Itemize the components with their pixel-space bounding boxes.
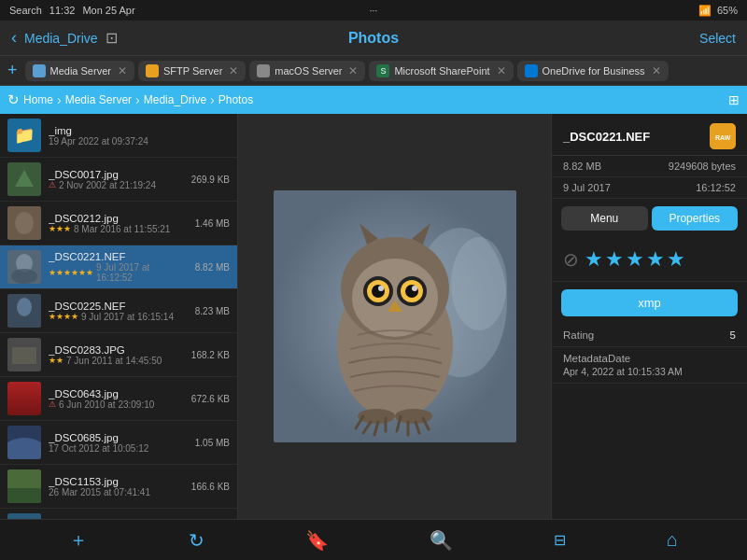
file-size: 8.82 MB bbox=[195, 262, 230, 273]
close-tab-icon[interactable]: ✕ bbox=[118, 64, 127, 77]
prop-filename: _DSC0221.NEF bbox=[563, 130, 710, 144]
prop-time-label: 16:12:52 bbox=[696, 182, 736, 193]
breadcrumb-photos[interactable]: Photos bbox=[218, 93, 253, 106]
file-thumbnail bbox=[7, 250, 41, 284]
file-thumbnail: 📁 bbox=[7, 119, 41, 152]
breadcrumb-chevron-3: › bbox=[210, 92, 215, 107]
select-button[interactable]: Select bbox=[699, 31, 736, 46]
file-name: _DSC0643.jpg bbox=[49, 388, 184, 399]
file-meta: 17 Oct 2012 at 10:05:12 bbox=[49, 443, 188, 454]
file-size: 1.46 MB bbox=[195, 218, 230, 229]
breadcrumb: ↻ Home › Media Server › Media_Drive › Ph… bbox=[0, 86, 747, 114]
file-name: _DSC0685.jpg bbox=[49, 432, 188, 443]
date: Mon 25 Apr bbox=[82, 5, 134, 16]
stars: ★★★★ bbox=[49, 312, 78, 321]
refresh-icon[interactable]: ↻ bbox=[189, 529, 204, 552]
tab-label: macOS Server bbox=[275, 65, 342, 77]
filter-icon[interactable]: ⊟ bbox=[554, 531, 566, 549]
nef-icon: RAW bbox=[710, 123, 736, 149]
file-thumbnail bbox=[7, 426, 41, 459]
status-bar: Search 11:32 Mon 25 Apr ··· 📶 65% bbox=[0, 0, 747, 21]
tab-sharepoint[interactable]: S Microsoft SharePoint ✕ bbox=[369, 61, 513, 81]
file-info: _DSC0225.NEF ★★★★ 9 Jul 2017 at 16:15:14 bbox=[49, 301, 188, 322]
prop-rating-row: Rating 5 bbox=[552, 324, 747, 347]
preview-image-container bbox=[238, 114, 551, 519]
prop-metadata-value: Apr 4, 2022 at 10:15:33 AM bbox=[563, 366, 736, 377]
back-arrow-icon[interactable]: ‹ bbox=[11, 28, 17, 48]
home-icon[interactable]: ⌂ bbox=[667, 529, 678, 551]
file-info: _DSC0212.jpg ★★★ 8 Mar 2016 at 11:55:21 bbox=[49, 213, 188, 234]
svg-text:RAW: RAW bbox=[715, 134, 731, 141]
file-size: 166.6 KB bbox=[191, 482, 230, 492]
breadcrumb-media-drive[interactable]: Media_Drive bbox=[144, 93, 206, 106]
close-tab-icon[interactable]: ✕ bbox=[497, 64, 506, 77]
title-bar: ‹ Media_Drive ⊡ Photos Select bbox=[0, 21, 747, 56]
tab-media-server[interactable]: Media Server ✕ bbox=[25, 61, 134, 81]
properties-button[interactable]: Properties bbox=[652, 206, 739, 231]
time: 11:32 bbox=[49, 5, 76, 16]
battery-label: 65% bbox=[717, 5, 738, 16]
prop-stars-row: ⊘ ★★★★★ bbox=[552, 238, 747, 282]
svg-rect-13 bbox=[7, 382, 41, 415]
preview-area bbox=[238, 114, 551, 519]
bookmark-icon[interactable]: 🔖 bbox=[305, 529, 329, 552]
close-tab-icon[interactable]: ✕ bbox=[229, 64, 238, 77]
prop-meta-size: 8.82 MB 9249608 bytes bbox=[552, 156, 747, 177]
svg-point-36 bbox=[378, 286, 384, 291]
file-info: _DSC1153.jpg 26 Mar 2015 at 07:41:41 bbox=[49, 476, 184, 497]
file-thumbnail bbox=[7, 162, 41, 196]
prop-metadata-row: MetadataDate Apr 4, 2022 at 10:15:33 AM bbox=[552, 347, 747, 384]
prop-buttons: Menu Properties bbox=[561, 206, 738, 231]
file-thumbnail bbox=[7, 338, 41, 371]
breadcrumb-media-server[interactable]: Media Server bbox=[65, 93, 132, 106]
file-thumbnail bbox=[7, 382, 41, 415]
warn-icon: ⚠ bbox=[49, 180, 56, 189]
file-thumbnail bbox=[7, 206, 41, 240]
tab-label: OneDrive for Business bbox=[543, 65, 645, 77]
list-item[interactable]: _DSC0225.NEF ★★★★ 9 Jul 2017 at 16:15:14… bbox=[0, 289, 237, 333]
prop-rating-value: 5 bbox=[730, 329, 736, 341]
add-tab-button[interactable]: + bbox=[7, 61, 18, 80]
close-tab-icon[interactable]: ✕ bbox=[348, 64, 358, 77]
svg-rect-17 bbox=[7, 513, 41, 519]
file-size: 269.9 KB bbox=[191, 175, 230, 185]
prop-size-label: 8.82 MB bbox=[563, 161, 601, 172]
list-item[interactable]: _DSC1153.jpg 26 Mar 2015 at 07:41:41 166… bbox=[0, 465, 237, 509]
clear-rating-icon[interactable]: ⊘ bbox=[563, 248, 579, 271]
list-item[interactable]: _DSC0643.jpg ⚠ 6 Jun 2010 at 23:09:10 67… bbox=[0, 377, 237, 421]
file-thumbnail bbox=[7, 469, 41, 503]
file-info: _DSC0221.NEF ★★★★★★ 9 Jul 2017 at 16:12:… bbox=[49, 251, 188, 283]
file-name: _DSC0283.JPG bbox=[49, 344, 184, 356]
stars: ★★★★★★ bbox=[49, 268, 93, 277]
file-meta: ★★ 7 Jun 2011 at 14:45:50 bbox=[49, 356, 184, 366]
menu-button[interactable]: Menu bbox=[561, 206, 648, 231]
list-item[interactable]: _DSC0283.JPG ★★ 7 Jun 2011 at 14:45:50 1… bbox=[0, 333, 237, 377]
breadcrumb-home[interactable]: Home bbox=[23, 93, 53, 106]
add-icon[interactable]: ＋ bbox=[69, 527, 88, 553]
list-item[interactable]: _DSC0685.jpg 17 Oct 2012 at 10:05:12 1.0… bbox=[0, 421, 237, 465]
file-info: _DSC0283.JPG ★★ 7 Jun 2011 at 14:45:50 bbox=[49, 344, 184, 366]
list-item[interactable]: _DSC0212.jpg ★★★ 8 Mar 2016 at 11:55:21 … bbox=[0, 202, 237, 245]
back-label[interactable]: Media_Drive bbox=[24, 31, 98, 46]
prop-stars[interactable]: ★★★★★ bbox=[585, 247, 687, 272]
tab-macos-server[interactable]: macOS Server ✕ bbox=[249, 61, 365, 81]
list-item[interactable]: _DSC3128.JPG ★★★★★ 17 A...015 at 05:56:1… bbox=[0, 509, 237, 519]
search-icon[interactable]: 🔍 bbox=[430, 529, 453, 552]
close-tab-icon[interactable]: ✕ bbox=[652, 64, 661, 77]
tab-onedrive[interactable]: OneDrive for Business ✕ bbox=[517, 61, 669, 81]
tab-sftp-server[interactable]: SFTP Server ✕ bbox=[138, 61, 246, 81]
sftp-icon bbox=[146, 64, 159, 77]
list-item[interactable]: _DSC0017.jpg ⚠ 2 Nov 2002 at 21:19:24 26… bbox=[0, 158, 237, 202]
file-meta: ⚠ 2 Nov 2002 at 21:19:24 bbox=[49, 180, 184, 190]
signal-dot: ··· bbox=[370, 6, 377, 16]
list-item-selected[interactable]: _DSC0221.NEF ★★★★★★ 9 Jul 2017 at 16:12:… bbox=[0, 245, 237, 289]
svg-rect-10 bbox=[12, 347, 36, 364]
grid-icon[interactable]: ⊞ bbox=[728, 92, 740, 107]
file-size: 8.23 MB bbox=[195, 306, 230, 316]
svg-point-3 bbox=[15, 212, 34, 234]
refresh-icon[interactable]: ↻ bbox=[7, 91, 20, 108]
file-meta: 26 Mar 2015 at 07:41:41 bbox=[49, 487, 184, 497]
xmp-button[interactable]: xmp bbox=[561, 289, 738, 316]
server-icon bbox=[33, 64, 46, 77]
list-item[interactable]: 📁 _img 19 Apr 2022 at 09:37:24 bbox=[0, 114, 237, 158]
